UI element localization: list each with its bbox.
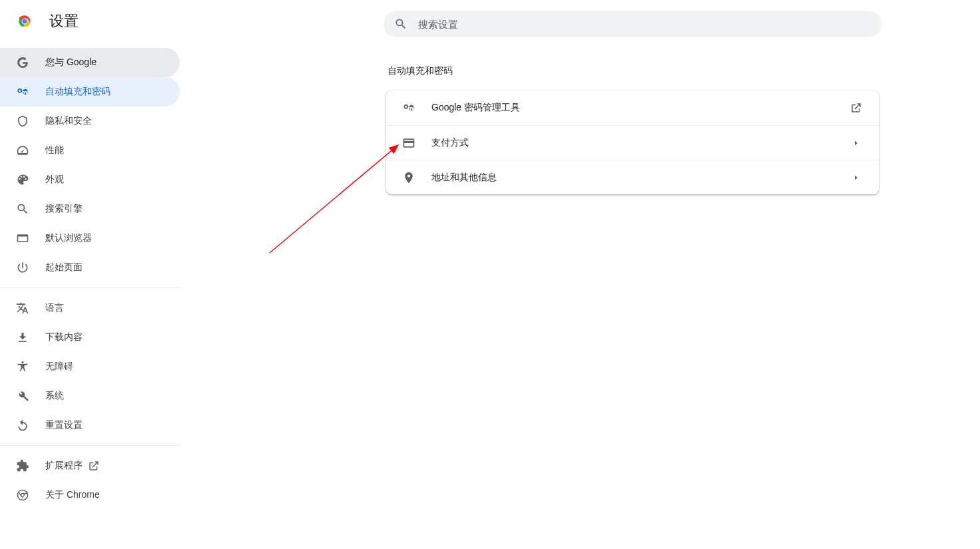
sidebar-item-label: 系统 — [45, 390, 64, 402]
credit-card-icon — [402, 136, 415, 150]
google-g-icon — [16, 56, 29, 69]
sidebar-item-label: 扩展程序 — [45, 460, 83, 472]
search-input[interactable] — [418, 19, 871, 30]
sidebar-item-label: 自动填充和密码 — [45, 86, 111, 98]
sidebar-item-label: 下载内容 — [45, 331, 83, 343]
sidebar-item-label: 语言 — [45, 302, 64, 314]
translate-icon — [16, 301, 29, 315]
sidebar-item-label: 关于 Chrome — [45, 489, 100, 501]
reset-icon — [16, 419, 29, 432]
open-external-icon — [88, 460, 100, 472]
key-icon — [402, 101, 415, 114]
sidebar-item-accessibility[interactable]: 无障碍 — [0, 352, 180, 381]
speedometer-icon — [16, 144, 29, 157]
sidebar-item-label: 起始页面 — [45, 262, 83, 274]
divider — [0, 445, 181, 446]
sidebar-item-label: 搜索引擎 — [45, 203, 83, 215]
row-payment-methods[interactable]: 支付方式 — [386, 125, 879, 160]
sidebar-item-performance[interactable]: 性能 — [0, 136, 180, 165]
key-icon — [16, 85, 29, 98]
divider — [0, 287, 181, 288]
page-title: 设置 — [49, 11, 79, 31]
row-label: 支付方式 — [431, 137, 850, 149]
sidebar-item-label: 性能 — [45, 144, 64, 156]
chrome-outline-icon — [16, 488, 29, 502]
browser-icon — [16, 232, 29, 245]
sidebar-item-about[interactable]: 关于 Chrome — [0, 480, 180, 510]
sidebar-item-you-google[interactable]: 您与 Google — [0, 48, 180, 77]
sidebar-item-autofill[interactable]: 自动填充和密码 — [0, 77, 180, 106]
download-icon — [16, 331, 29, 344]
row-password-manager[interactable]: Google 密码管理工具 — [386, 91, 879, 125]
sidebar-item-search-engine[interactable]: 搜索引擎 — [0, 194, 180, 224]
sidebar-item-appearance[interactable]: 外观 — [0, 165, 180, 194]
shield-icon — [16, 114, 29, 128]
sidebar-item-downloads[interactable]: 下载内容 — [0, 323, 180, 352]
sidebar-item-extensions[interactable]: 扩展程序 — [0, 451, 180, 480]
accessibility-icon — [16, 360, 29, 373]
search-icon — [16, 202, 29, 216]
sidebar-item-default-browser[interactable]: 默认浏览器 — [0, 224, 180, 253]
location-icon — [402, 171, 415, 184]
search-bar[interactable] — [383, 11, 881, 37]
sidebar-item-label: 默认浏览器 — [45, 232, 92, 244]
sidebar-item-label: 隐私和安全 — [45, 115, 92, 127]
sidebar-item-languages[interactable]: 语言 — [0, 293, 180, 323]
sidebar-item-label: 重置设置 — [45, 419, 83, 431]
row-label: Google 密码管理工具 — [431, 102, 850, 114]
sidebar-item-label: 您与 Google — [45, 57, 97, 69]
chevron-right-icon — [850, 136, 863, 150]
settings-card: Google 密码管理工具 支付方式 地址和其他信息 — [386, 91, 879, 194]
section-title: 自动填充和密码 — [387, 65, 879, 77]
main-content: 自动填充和密码 Google 密码管理工具 支付方式 地址和其他信息 — [386, 65, 879, 194]
open-external-icon — [850, 101, 863, 114]
sidebar-item-privacy[interactable]: 隐私和安全 — [0, 106, 180, 136]
sidebar-item-label: 无障碍 — [45, 361, 73, 373]
row-addresses[interactable]: 地址和其他信息 — [386, 160, 879, 194]
row-label: 地址和其他信息 — [431, 172, 850, 184]
svg-point-2 — [22, 19, 27, 23]
palette-icon — [16, 173, 29, 186]
search-icon — [394, 17, 407, 31]
chrome-logo-icon — [16, 13, 33, 30]
sidebar-item-label: 外观 — [45, 174, 64, 186]
chevron-right-icon — [850, 171, 863, 184]
sidebar-item-on-startup[interactable]: 起始页面 — [0, 253, 180, 282]
sidebar-nav: 您与 Google 自动填充和密码 隐私和安全 性能 外观 搜索引擎 — [0, 48, 181, 510]
sidebar-item-reset[interactable]: 重置设置 — [0, 411, 180, 440]
extension-icon — [16, 459, 29, 472]
power-icon — [16, 261, 29, 274]
sidebar-item-system[interactable]: 系统 — [0, 381, 180, 411]
wrench-icon — [16, 389, 29, 403]
svg-line-4 — [270, 145, 398, 253]
